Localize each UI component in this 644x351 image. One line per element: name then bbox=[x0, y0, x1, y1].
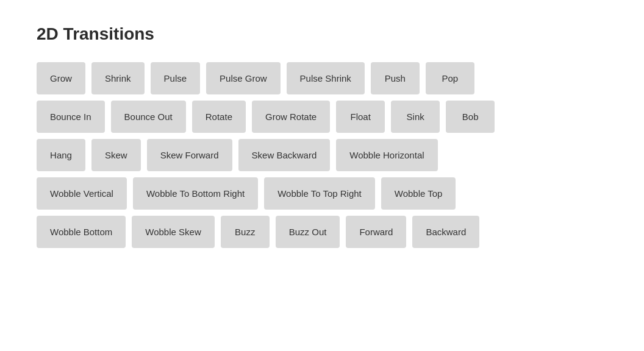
transition-btn-skew[interactable]: Skew bbox=[91, 139, 141, 171]
transition-btn-hang[interactable]: Hang bbox=[37, 139, 85, 171]
transition-btn-bob[interactable]: Bob bbox=[446, 101, 495, 133]
transition-btn-shrink[interactable]: Shrink bbox=[91, 62, 145, 94]
transition-btn-wobble-vertical[interactable]: Wobble Vertical bbox=[37, 177, 127, 210]
transition-btn-sink[interactable]: Sink bbox=[391, 101, 440, 133]
transition-btn-wobble-to-top-right[interactable]: Wobble To Top Right bbox=[264, 177, 375, 210]
transition-row-4: Wobble VerticalWobble To Bottom RightWob… bbox=[37, 177, 607, 210]
page-title: 2D Transitions bbox=[37, 24, 607, 44]
transition-btn-wobble-horizontal[interactable]: Wobble Horizontal bbox=[336, 139, 437, 171]
transition-btn-wobble-to-bottom-right[interactable]: Wobble To Bottom Right bbox=[133, 177, 258, 210]
transition-btn-buzz[interactable]: Buzz bbox=[221, 216, 270, 248]
transition-btn-float[interactable]: Float bbox=[336, 101, 385, 133]
transition-btn-pulse-grow[interactable]: Pulse Grow bbox=[206, 62, 281, 94]
transition-btn-grow-rotate[interactable]: Grow Rotate bbox=[252, 101, 330, 133]
transition-row-1: GrowShrinkPulsePulse GrowPulse ShrinkPus… bbox=[37, 62, 607, 94]
transition-row-3: HangSkewSkew ForwardSkew BackwardWobble … bbox=[37, 139, 607, 171]
transition-btn-grow[interactable]: Grow bbox=[37, 62, 85, 94]
transition-btn-pulse-shrink[interactable]: Pulse Shrink bbox=[287, 62, 365, 94]
transition-btn-wobble-bottom[interactable]: Wobble Bottom bbox=[37, 216, 126, 248]
transition-btn-skew-backward[interactable]: Skew Backward bbox=[238, 139, 331, 171]
transition-btn-bounce-in[interactable]: Bounce In bbox=[37, 101, 105, 133]
transition-row-5: Wobble BottomWobble SkewBuzzBuzz OutForw… bbox=[37, 216, 607, 248]
transition-btn-rotate[interactable]: Rotate bbox=[192, 101, 246, 133]
transition-btn-buzz-out[interactable]: Buzz Out bbox=[276, 216, 340, 248]
transition-btn-wobble-top[interactable]: Wobble Top bbox=[381, 177, 456, 210]
transitions-grid: GrowShrinkPulsePulse GrowPulse ShrinkPus… bbox=[37, 62, 607, 248]
transition-btn-skew-forward[interactable]: Skew Forward bbox=[147, 139, 232, 171]
transition-btn-bounce-out[interactable]: Bounce Out bbox=[111, 101, 186, 133]
transition-btn-push[interactable]: Push bbox=[371, 62, 420, 94]
transition-btn-wobble-skew[interactable]: Wobble Skew bbox=[132, 216, 214, 248]
transition-btn-pulse[interactable]: Pulse bbox=[151, 62, 201, 94]
transition-row-2: Bounce InBounce OutRotateGrow RotateFloa… bbox=[37, 101, 607, 133]
transition-btn-forward[interactable]: Forward bbox=[346, 216, 406, 248]
transition-btn-pop[interactable]: Pop bbox=[426, 62, 474, 94]
transition-btn-backward[interactable]: Backward bbox=[412, 216, 479, 248]
